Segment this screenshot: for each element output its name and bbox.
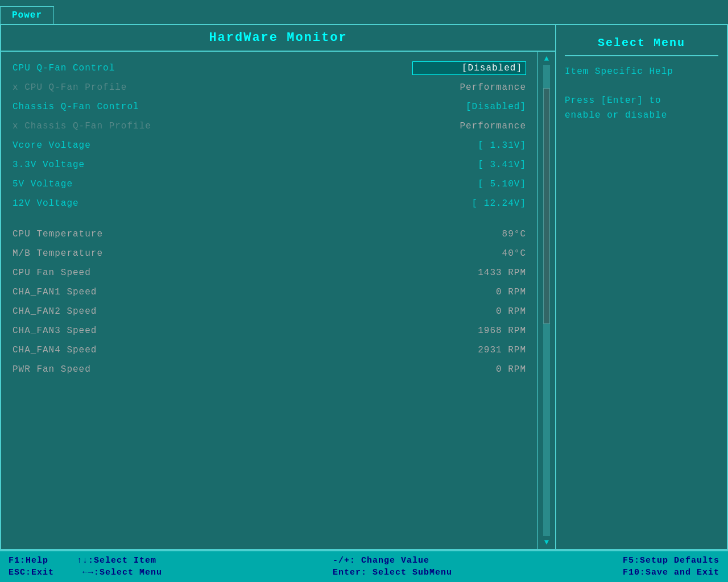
setting-value-chassis-qfan-control: [Disabled] (412, 102, 526, 112)
setting-row-cha-fan3: CHA_FAN3 Speed 1968 RPM (13, 323, 526, 339)
setting-value-5v: [ 5.10V] (412, 179, 526, 189)
setting-label-cha-fan2: CHA_FAN2 Speed (13, 306, 97, 317)
setting-label-chassis-qfan-control: Chassis Q-Fan Control (13, 102, 139, 112)
setting-label-cpu-fan: CPU Fan Speed (13, 268, 91, 278)
setting-label-cha-fan1: CHA_FAN1 Speed (13, 287, 97, 297)
right-panel: Select Menu Item Specific Help Press [En… (556, 25, 727, 549)
setting-value-vcore: [ 1.31V] (412, 140, 526, 151)
settings-list: CPU Q-Fan Control [Disabled] x CPU Q-Fan… (1, 52, 538, 549)
setting-row-3v3[interactable]: 3.3V Voltage [ 3.41V] (13, 157, 526, 173)
setting-value-cpu-qfan-profile: Performance (412, 82, 526, 93)
setting-row-mb-temp: M/B Temperature 40°C (13, 246, 526, 261)
setting-label-cpu-qfan-profile: x CPU Q-Fan Profile (13, 82, 127, 93)
setting-row-12v[interactable]: 12V Voltage [ 12.24V] (13, 196, 526, 211)
help-body: Press [Enter] toenable or disable (565, 95, 667, 120)
hotkey-f1: F1:Help ↑↓:Select Item (9, 556, 162, 566)
setting-label-mb-temp: M/B Temperature (13, 248, 103, 259)
tab-power[interactable]: Power (0, 6, 54, 24)
setting-label-5v: 5V Voltage (13, 179, 73, 189)
setting-row-cpu-qfan-profile: x CPU Q-Fan Profile Performance (13, 80, 526, 95)
setting-row-cha-fan4: CHA_FAN4 Speed 2931 RPM (13, 342, 526, 358)
setting-value-mb-temp: 40°C (412, 248, 526, 259)
setting-row-cpu-fan: CPU Fan Speed 1433 RPM (13, 265, 526, 281)
setting-value-cha-fan3: 1968 RPM (412, 326, 526, 336)
setting-value-12v: [ 12.24V] (412, 198, 526, 209)
hotkey-group-left: F1:Help ↑↓:Select Item ESC:Exit ←→:Selec… (9, 556, 162, 577)
main-content: HardWare Monitor CPU Q-Fan Control [Disa… (0, 24, 728, 550)
hotkey-group-right: F5:Setup Defaults F10:Save and Exit (623, 556, 719, 577)
panel-title: HardWare Monitor (1, 25, 555, 52)
tab-bar: Power (0, 0, 728, 24)
setting-label-cpu-qfan-control: CPU Q-Fan Control (13, 63, 115, 73)
hotkey-change-value: -/+: Change Value (333, 556, 452, 566)
left-panel: HardWare Monitor CPU Q-Fan Control [Disa… (1, 25, 556, 549)
setting-value-cha-fan1: 0 RPM (412, 287, 526, 297)
setting-row-chassis-qfan-profile: x Chassis Q-Fan Profile Performance (13, 118, 526, 134)
setting-value-cpu-temp: 89°C (412, 229, 526, 239)
panel-body: CPU Q-Fan Control [Disabled] x CPU Q-Fan… (1, 52, 555, 549)
setting-label-cha-fan4: CHA_FAN4 Speed (13, 345, 97, 355)
hotkey-esc: ESC:Exit ←→:Select Menu (9, 568, 162, 577)
setting-value-pwr-fan: 0 RPM (412, 364, 526, 375)
scroll-track (543, 65, 550, 536)
help-text: Item Specific Help Press [Enter] toenabl… (565, 65, 718, 123)
setting-value-cha-fan4: 2931 RPM (412, 345, 526, 355)
setting-row-chassis-qfan-control[interactable]: Chassis Q-Fan Control [Disabled] (13, 99, 526, 115)
setting-row-pwr-fan: PWR Fan Speed 0 RPM (13, 361, 526, 377)
scroll-thumb (543, 88, 550, 324)
bios-screen: Power HardWare Monitor CPU Q-Fan Control… (0, 0, 728, 582)
setting-row-cha-fan2: CHA_FAN2 Speed 0 RPM (13, 304, 526, 319)
setting-value-cha-fan2: 0 RPM (412, 306, 526, 317)
setting-row-vcore[interactable]: Vcore Voltage [ 1.31V] (13, 138, 526, 153)
setting-value-cpu-qfan-control: [Disabled] (412, 61, 526, 75)
setting-row-5v[interactable]: 5V Voltage [ 5.10V] (13, 176, 526, 192)
setting-value-cpu-fan: 1433 RPM (412, 268, 526, 278)
spacer (13, 215, 526, 226)
setting-label-vcore: Vcore Voltage (13, 140, 91, 151)
setting-label-pwr-fan: PWR Fan Speed (13, 364, 91, 375)
setting-label-3v3: 3.3V Voltage (13, 160, 85, 170)
setting-label-chassis-qfan-profile: x Chassis Q-Fan Profile (13, 121, 151, 131)
scroll-down-arrow[interactable]: ▼ (544, 538, 549, 546)
setting-row-cpu-temp: CPU Temperature 89°C (13, 226, 526, 242)
hotkey-group-center: -/+: Change Value Enter: Select SubMenu (333, 556, 452, 577)
setting-value-chassis-qfan-profile: Performance (412, 121, 526, 131)
hotkey-enter: Enter: Select SubMenu (333, 568, 452, 577)
setting-label-cpu-temp: CPU Temperature (13, 229, 103, 239)
setting-label-12v: 12V Voltage (13, 198, 79, 209)
right-panel-title: Select Menu (565, 31, 718, 56)
bottom-bar: F1:Help ↑↓:Select Item ESC:Exit ←→:Selec… (0, 550, 728, 582)
setting-value-3v3: [ 3.41V] (412, 160, 526, 170)
hotkey-f10: F10:Save and Exit (623, 568, 719, 577)
help-title: Item Specific Help (565, 66, 673, 77)
setting-label-cha-fan3: CHA_FAN3 Speed (13, 326, 97, 336)
setting-row-cha-fan1: CHA_FAN1 Speed 0 RPM (13, 284, 526, 300)
scroll-up-arrow[interactable]: ▲ (544, 55, 549, 63)
hotkey-f5: F5:Setup Defaults (623, 556, 719, 566)
scrollbar[interactable]: ▲ ▼ (538, 52, 555, 549)
setting-row-cpu-qfan-control[interactable]: CPU Q-Fan Control [Disabled] (13, 60, 526, 76)
